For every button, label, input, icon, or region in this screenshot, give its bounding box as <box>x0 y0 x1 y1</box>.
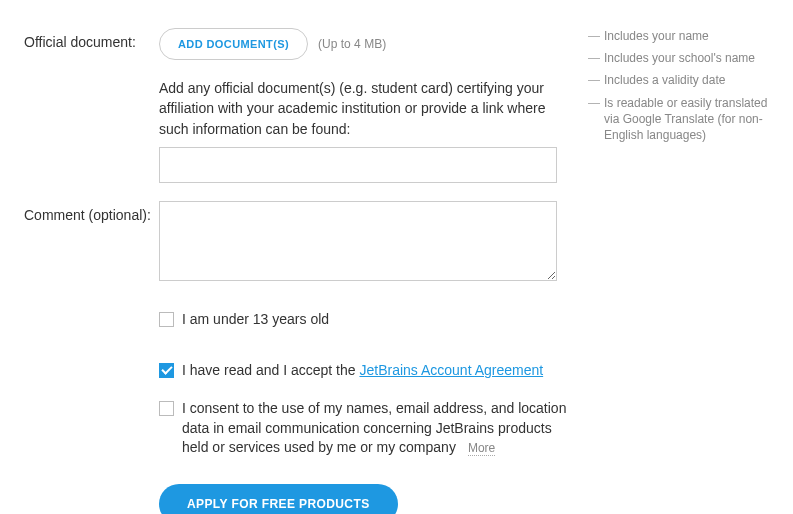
agreement-label: I have read and I accept the JetBrains A… <box>182 361 543 381</box>
under-13-checkbox[interactable] <box>159 312 174 327</box>
document-link-input[interactable] <box>159 147 557 183</box>
consent-label: I consent to the use of my names, email … <box>182 399 580 458</box>
agreement-link[interactable]: JetBrains Account Agreement <box>359 362 543 378</box>
consent-checkbox[interactable] <box>159 401 174 416</box>
under-13-label: I am under 13 years old <box>182 310 329 330</box>
file-size-hint: (Up to 4 MB) <box>318 37 386 51</box>
add-documents-button[interactable]: ADD DOCUMENT(S) <box>159 28 308 60</box>
requirement-item: Is readable or easily translated via Goo… <box>588 95 783 144</box>
official-document-label: Official document: <box>24 28 159 183</box>
comment-label: Comment (optional): <box>24 201 159 514</box>
requirement-item: Includes a validity date <box>588 72 783 88</box>
comment-textarea[interactable] <box>159 201 557 281</box>
requirements-list: Includes your name Includes your school'… <box>588 28 783 183</box>
agreement-checkbox[interactable] <box>159 363 174 378</box>
more-link[interactable]: More <box>468 441 495 456</box>
apply-button[interactable]: APPLY FOR FREE PRODUCTS <box>159 484 398 514</box>
requirement-item: Includes your school's name <box>588 50 783 66</box>
document-description: Add any official document(s) (e.g. stude… <box>159 78 559 139</box>
requirement-item: Includes your name <box>588 28 783 44</box>
